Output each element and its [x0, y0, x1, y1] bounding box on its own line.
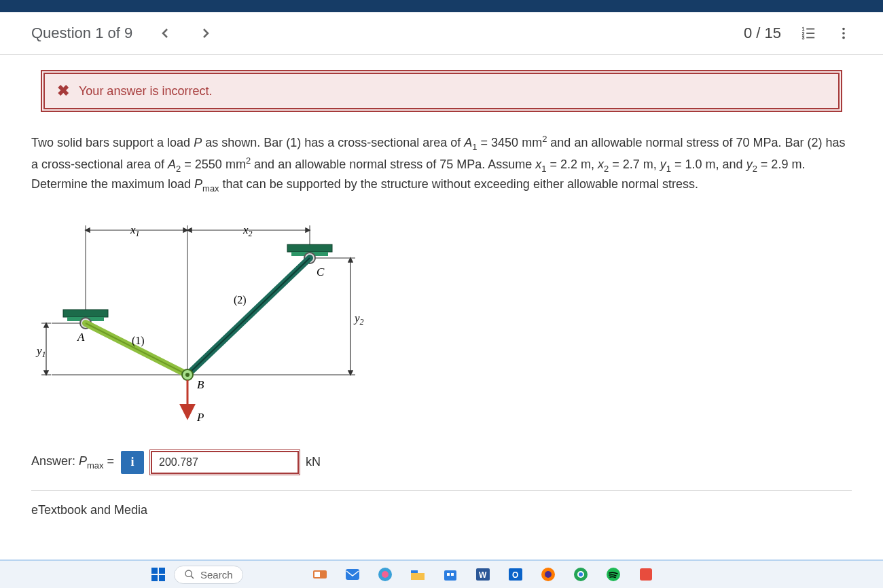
- svg-rect-63: [411, 570, 418, 573]
- svg-point-72: [545, 571, 552, 578]
- app-store[interactable]: [442, 566, 459, 583]
- answer-unit: kN: [306, 455, 321, 469]
- chevron-left-icon: [157, 25, 173, 41]
- svg-rect-35: [287, 244, 332, 252]
- svg-text:y1: y1: [35, 344, 46, 359]
- svg-text:(1): (1): [132, 335, 145, 347]
- svg-rect-52: [151, 568, 158, 574]
- browser-chrome: [0, 0, 883, 12]
- svg-line-40: [86, 323, 187, 375]
- svg-rect-31: [63, 310, 108, 317]
- svg-point-44: [185, 373, 190, 377]
- svg-line-42: [187, 258, 310, 375]
- app-outlook[interactable]: O: [507, 566, 524, 583]
- question-content: ✖ Your answer is incorrect. Two solid ba…: [0, 55, 883, 553]
- svg-rect-53: [159, 568, 165, 574]
- app-spotify[interactable]: [605, 566, 622, 583]
- structure-diagram: x1 x2 y1 y2: [31, 213, 852, 430]
- svg-text:P: P: [196, 411, 204, 424]
- windows-taskbar[interactable]: Search W O: [0, 561, 883, 588]
- svg-text:B: B: [197, 378, 204, 391]
- svg-rect-77: [640, 568, 652, 581]
- svg-point-8: [842, 37, 845, 39]
- chevron-right-icon: [198, 25, 214, 41]
- svg-text:O: O: [512, 570, 518, 580]
- info-button[interactable]: i: [121, 451, 144, 474]
- answer-label: Answer: Pmax =: [31, 454, 114, 471]
- numbered-list-icon: 1 2 3: [801, 26, 816, 41]
- svg-rect-59: [314, 572, 320, 577]
- etextbook-link[interactable]: eTextbook and Media: [31, 490, 852, 517]
- answer-input[interactable]: [151, 451, 299, 474]
- kebab-menu-icon: [836, 26, 851, 41]
- alert-text: Your answer is incorrect.: [79, 84, 212, 98]
- next-question-button[interactable]: [198, 25, 214, 41]
- x-icon: ✖: [57, 84, 69, 98]
- svg-rect-66: [451, 573, 454, 576]
- incorrect-answer-alert: ✖ Your answer is incorrect.: [41, 70, 842, 112]
- svg-text:3: 3: [802, 35, 805, 40]
- windows-icon: [150, 566, 166, 583]
- svg-text:C: C: [317, 265, 325, 278]
- problem-statement: Two solid bars support a load P as shown…: [31, 132, 852, 196]
- svg-point-6: [842, 28, 845, 31]
- prev-question-button[interactable]: [157, 25, 173, 41]
- start-button[interactable]: [149, 566, 167, 583]
- score-display: 0 / 15: [744, 24, 781, 42]
- svg-rect-65: [447, 573, 450, 576]
- taskbar-pinned-apps: W O: [311, 566, 655, 583]
- svg-text:(2): (2): [234, 294, 247, 306]
- app-misc[interactable]: [637, 566, 655, 583]
- svg-text:y2: y2: [353, 312, 364, 327]
- svg-rect-55: [159, 575, 165, 581]
- taskbar-search[interactable]: Search: [174, 566, 243, 584]
- svg-text:x1: x1: [130, 223, 140, 238]
- app-explorer[interactable]: [409, 566, 427, 583]
- svg-point-62: [382, 571, 389, 578]
- question-list-button[interactable]: 1 2 3: [800, 25, 816, 41]
- svg-text:A: A: [77, 331, 85, 344]
- app-snip[interactable]: [311, 566, 329, 583]
- app-firefox[interactable]: [539, 566, 557, 583]
- app-chrome[interactable]: [572, 566, 590, 583]
- svg-text:W: W: [479, 570, 487, 580]
- svg-point-75: [579, 572, 583, 576]
- svg-point-56: [185, 570, 192, 576]
- svg-rect-54: [151, 575, 158, 581]
- svg-rect-64: [444, 570, 456, 581]
- search-placeholder: Search: [200, 569, 233, 581]
- question-title: Question 1 of 9: [31, 24, 132, 42]
- svg-text:x2: x2: [242, 223, 253, 238]
- question-header: Question 1 of 9 0 / 15 1 2 3: [0, 12, 883, 55]
- search-icon: [184, 569, 195, 580]
- header-right: 0 / 15 1 2 3: [744, 24, 852, 42]
- page-viewport: Question 1 of 9 0 / 15 1 2 3: [0, 12, 883, 561]
- svg-rect-60: [346, 569, 359, 580]
- header-left: Question 1 of 9: [31, 24, 214, 42]
- svg-line-57: [191, 576, 194, 578]
- app-word[interactable]: W: [474, 566, 492, 583]
- app-mail[interactable]: [344, 566, 361, 583]
- svg-point-7: [842, 32, 845, 35]
- more-options-button[interactable]: [835, 25, 852, 41]
- answer-row: Answer: Pmax = i kN: [31, 451, 852, 474]
- app-copilot[interactable]: [376, 566, 394, 583]
